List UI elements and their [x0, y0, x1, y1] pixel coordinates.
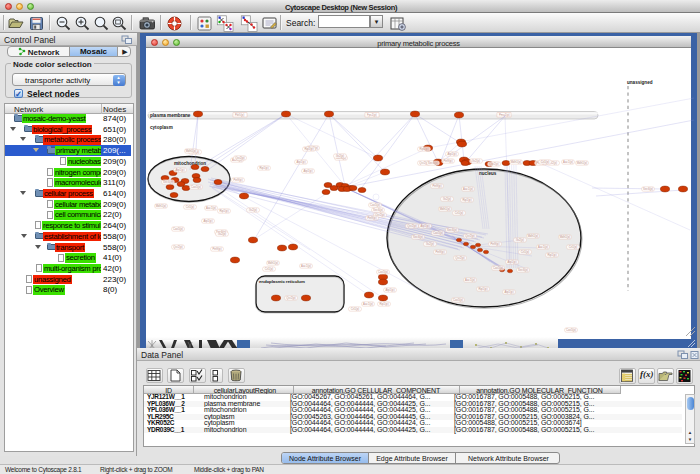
svg-text:Aac1(p): Aac1(p)	[463, 187, 473, 191]
svg-text:Rip1(p): Rip1(p)	[304, 147, 313, 151]
svg-text:Atp1(p): Atp1(p)	[296, 160, 305, 164]
svg-text:Aac1(p): Aac1(p)	[206, 206, 216, 210]
svg-text:Atp1(p): Atp1(p)	[507, 260, 516, 264]
svg-text:Atp1(p): Atp1(p)	[504, 290, 513, 294]
svg-text:Pet9(p): Pet9(p)	[435, 250, 444, 254]
svg-text:Qcr2(p): Qcr2(p)	[455, 256, 465, 260]
svg-text:Mdh1(p): Mdh1(p)	[528, 234, 538, 238]
svg-text:Sec6(p): Sec6(p)	[518, 268, 528, 272]
svg-text:Sec6(p): Sec6(p)	[643, 187, 653, 191]
svg-text:Qcr2(p): Qcr2(p)	[235, 156, 245, 160]
svg-text:unassigned: unassigned	[627, 80, 653, 85]
svg-text:Qcr2(p): Qcr2(p)	[173, 245, 183, 249]
svg-text:Rip1(p): Rip1(p)	[547, 253, 556, 257]
svg-text:Rip1(p): Rip1(p)	[259, 166, 268, 170]
svg-text:Qcr2(p): Qcr2(p)	[465, 234, 475, 238]
svg-text:Atp1(p): Atp1(p)	[420, 224, 429, 228]
svg-text:Ilv2(p): Ilv2(p)	[516, 238, 524, 242]
svg-text:Cox5(p): Cox5(p)	[173, 227, 183, 231]
svg-text:Aac1(p): Aac1(p)	[465, 278, 475, 282]
svg-text:Aac1(p): Aac1(p)	[363, 302, 373, 306]
svg-text:Mdh1(p): Mdh1(p)	[268, 261, 278, 265]
svg-text:Pet9(p): Pet9(p)	[367, 216, 376, 220]
svg-text:Qcr2(p): Qcr2(p)	[286, 296, 296, 300]
svg-text:Cox5(p): Cox5(p)	[493, 266, 503, 270]
svg-text:Mdh1(p): Mdh1(p)	[511, 160, 521, 164]
svg-text:plasma membrane: plasma membrane	[150, 113, 191, 118]
svg-text:Rip1(p): Rip1(p)	[462, 198, 471, 202]
svg-text:Ilv2(p): Ilv2(p)	[426, 242, 434, 246]
svg-text:Cox5(p): Cox5(p)	[191, 185, 201, 189]
svg-text:Atp1(p): Atp1(p)	[303, 169, 312, 173]
svg-text:cytoplasm: cytoplasm	[150, 125, 173, 130]
svg-text:Cit1(p): Cit1(p)	[455, 211, 463, 215]
svg-text:Cit1(p): Cit1(p)	[351, 307, 359, 311]
svg-text:Aac1(p): Aac1(p)	[538, 245, 548, 249]
svg-text:Qcr2(p): Qcr2(p)	[489, 162, 499, 166]
svg-text:Mdh1(p): Mdh1(p)	[186, 149, 196, 153]
svg-text:Ilv2(p): Ilv2(p)	[249, 208, 257, 212]
svg-text:Cox5(p): Cox5(p)	[433, 231, 443, 235]
svg-text:Aac1(p): Aac1(p)	[563, 160, 573, 164]
svg-text:Sec6(p): Sec6(p)	[373, 208, 383, 212]
svg-text:Pet9(p): Pet9(p)	[212, 247, 221, 251]
svg-text:Rip1(p): Rip1(p)	[478, 287, 487, 291]
svg-text:Mdh1(p): Mdh1(p)	[156, 204, 166, 208]
svg-text:Rip1(p): Rip1(p)	[219, 209, 228, 213]
svg-text:Ilv2(p): Ilv2(p)	[336, 154, 344, 158]
svg-text:Pdr5(p): Pdr5(p)	[235, 113, 244, 117]
svg-text:Cit1(p): Cit1(p)	[521, 250, 529, 254]
svg-text:Pet9(p): Pet9(p)	[432, 184, 441, 188]
svg-text:Sec6(p): Sec6(p)	[428, 161, 438, 165]
svg-text:Cox5(p): Cox5(p)	[378, 270, 388, 274]
svg-text:Fps1(p): Fps1(p)	[367, 113, 377, 117]
svg-text:Pet9(p): Pet9(p)	[233, 178, 242, 182]
svg-text:Cox5(p): Cox5(p)	[453, 298, 463, 302]
svg-text:Cit1(p): Cit1(p)	[569, 245, 577, 249]
svg-text:Cit1(p): Cit1(p)	[265, 267, 273, 271]
svg-text:Qcr2(p): Qcr2(p)	[407, 224, 417, 228]
svg-text:Atp1(p): Atp1(p)	[385, 288, 394, 292]
svg-text:Mdh1(p): Mdh1(p)	[440, 207, 450, 211]
svg-text:Aac1(p): Aac1(p)	[301, 264, 311, 268]
svg-text:Ilv2(p): Ilv2(p)	[472, 159, 480, 163]
svg-text:Pet9(p): Pet9(p)	[490, 242, 499, 246]
svg-text:Ilv2(p): Ilv2(p)	[218, 232, 226, 236]
svg-text:Sec6(p): Sec6(p)	[163, 180, 173, 184]
svg-text:Atp1(p): Atp1(p)	[175, 168, 184, 172]
svg-text:Cox5(p): Cox5(p)	[566, 328, 576, 332]
svg-text:Atp1(p): Atp1(p)	[447, 152, 456, 156]
svg-text:Atp1(p): Atp1(p)	[203, 219, 212, 223]
svg-text:Rip1(p): Rip1(p)	[379, 302, 388, 306]
svg-text:Sec6(p): Sec6(p)	[447, 228, 457, 232]
svg-text:Sec6(p): Sec6(p)	[413, 235, 423, 239]
svg-text:endoplasmic reticulum: endoplasmic reticulum	[259, 279, 305, 284]
svg-text:Mdh1(p): Mdh1(p)	[577, 161, 587, 165]
svg-text:Mdh1(p): Mdh1(p)	[560, 235, 570, 239]
svg-text:Cox5(p): Cox5(p)	[370, 203, 380, 207]
svg-text:Ilv2(p): Ilv2(p)	[443, 197, 451, 201]
svg-text:Cit1(p): Cit1(p)	[186, 205, 194, 209]
svg-text:Cit1(p): Cit1(p)	[541, 160, 549, 164]
svg-text:Rip1(p): Rip1(p)	[419, 147, 428, 151]
svg-text:Pet9(p): Pet9(p)	[443, 159, 452, 163]
